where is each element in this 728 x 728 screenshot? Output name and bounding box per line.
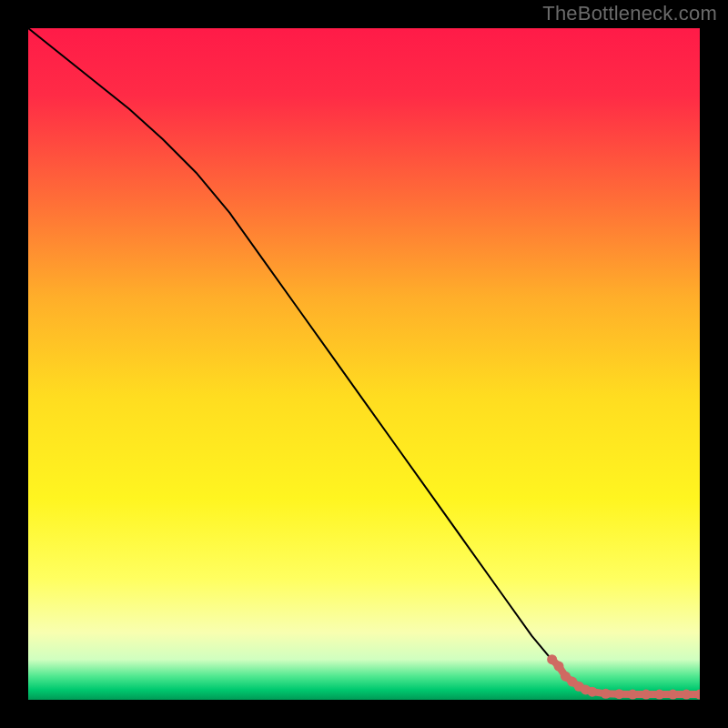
highlight-point xyxy=(601,689,611,699)
highlight-point xyxy=(641,690,651,700)
plot-area xyxy=(28,28,700,700)
chart-frame: TheBottleneck.com xyxy=(0,0,728,728)
chart-svg xyxy=(28,28,700,700)
highlight-point xyxy=(654,690,664,700)
gradient-background xyxy=(28,28,700,700)
highlight-point xyxy=(668,690,678,700)
highlight-point xyxy=(628,690,638,700)
highlight-point xyxy=(554,662,564,672)
highlight-point xyxy=(682,690,692,700)
watermark-text: TheBottleneck.com xyxy=(542,2,717,25)
highlight-point xyxy=(614,689,624,699)
highlight-point xyxy=(587,687,597,697)
